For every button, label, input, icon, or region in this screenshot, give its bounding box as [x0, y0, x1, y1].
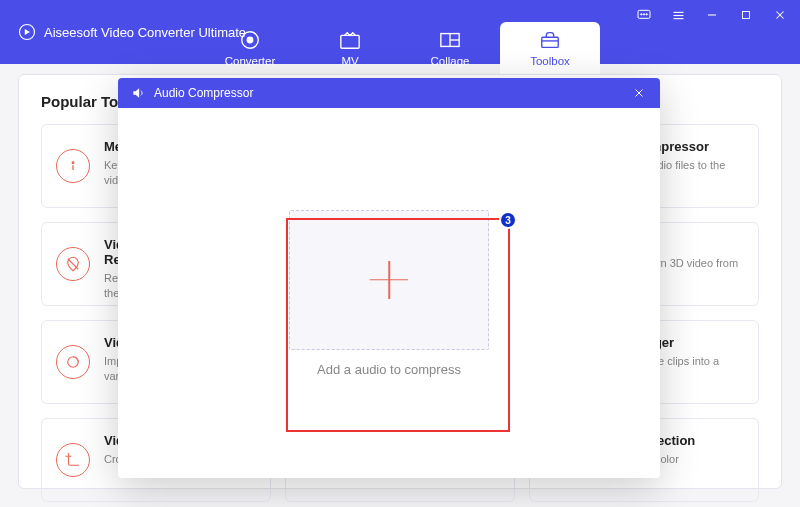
callout-badge: 3 — [499, 211, 517, 229]
dropzone-label: Add a audio to compress — [317, 362, 461, 377]
add-audio-dropzone[interactable] — [289, 210, 489, 350]
modal-header: Audio Compressor — [118, 78, 660, 108]
modal-backdrop: Audio Compressor Add a audio to compress… — [0, 0, 800, 507]
speaker-icon — [130, 85, 146, 101]
plus-icon — [370, 261, 408, 299]
modal-close-button[interactable] — [630, 84, 648, 102]
modal-body: Add a audio to compress 3 — [118, 108, 660, 478]
audio-compressor-modal: Audio Compressor Add a audio to compress… — [118, 78, 660, 478]
modal-title: Audio Compressor — [154, 86, 253, 100]
